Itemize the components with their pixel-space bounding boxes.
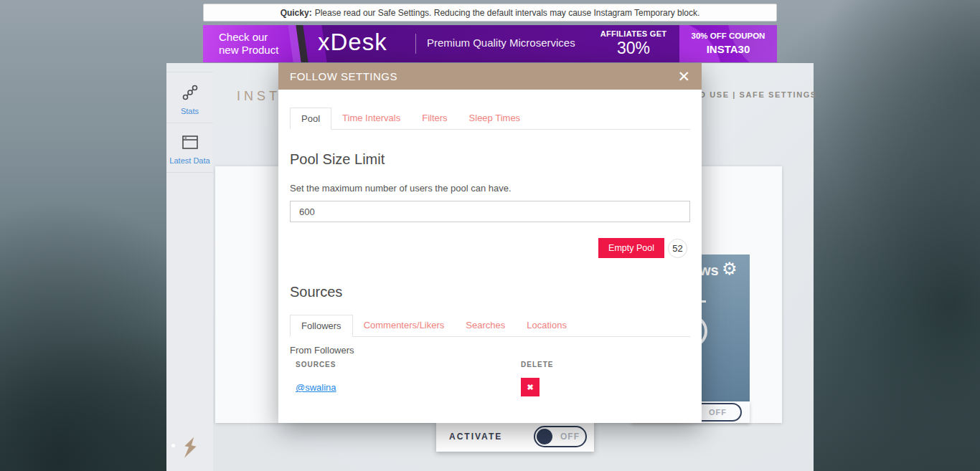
sources-tabs: Followers Commenters/Likers Searches Loc… [290, 314, 690, 337]
notice-prefix: Quicky: [281, 8, 312, 18]
source-link[interactable]: @swalina [296, 382, 336, 393]
scroll-dot [171, 444, 175, 447]
toggle-knob[interactable] [537, 429, 552, 444]
banner-promo-text: Check our new Product [219, 31, 278, 57]
coupon-label: 30% OFF COUPON [679, 32, 777, 40]
column-header-sources: SOURCES [296, 361, 521, 368]
banner-tagline: Premium Quality Microservices [427, 37, 575, 49]
pool-size-description: Set the maximum number of users the pool… [290, 183, 690, 194]
affiliates-label: AFFILIATES GET [590, 29, 677, 38]
sidebar: Stats Latest Data [166, 72, 213, 471]
sources-heading: Sources [290, 284, 690, 300]
sidebar-item-label: Latest Data [166, 156, 213, 165]
toggle-state-label: OFF [560, 432, 580, 442]
tab-sleep-times[interactable]: Sleep Times [458, 108, 532, 130]
notice-text: Please read our Safe Settings. Reducing … [315, 8, 700, 18]
banner-promo-line2: new Product [219, 44, 278, 57]
sidebar-item-label: Stats [166, 107, 213, 115]
settings-tabs: Pool Time Intervals Filters Sleep Times [290, 107, 690, 130]
table-row: @swalina ✖ [296, 378, 684, 396]
banner-coupon: 30% OFF COUPON INSTA30 [679, 32, 777, 55]
xdesk-logo: xDesk [318, 29, 387, 56]
activate-label: ACTIVATE [449, 432, 502, 442]
pool-size-input[interactable] [290, 201, 690, 222]
tab-time-intervals[interactable]: Time Intervals [331, 108, 411, 130]
tab-commenters-likers[interactable]: Commenters/Likers [353, 315, 456, 337]
toggle-state-label: OFF [709, 408, 727, 417]
delete-source-button[interactable]: ✖ [521, 378, 540, 396]
tab-searches[interactable]: Searches [455, 315, 516, 337]
sidebar-item-latest-data[interactable]: Latest Data [166, 123, 213, 173]
column-header-delete: DELETE [521, 361, 553, 368]
sidebar-item-stats[interactable]: Stats [166, 72, 213, 123]
banner-promo-line1: Check our [219, 31, 278, 44]
banner-divider [415, 34, 416, 54]
latest-data-icon [166, 134, 213, 151]
tab-locations[interactable]: Locations [516, 315, 578, 337]
modal-title: FOLLOW SETTINGS [290, 70, 397, 82]
sources-table: SOURCES DELETE @swalina ✖ [296, 361, 684, 396]
banner-affiliates: AFFILIATES GET 30% [590, 29, 677, 58]
screen: Quicky: Please read our Safe Settings. R… [0, 0, 980, 471]
safe-settings-notice: Quicky: Please read our Safe Settings. R… [203, 4, 777, 22]
from-followers-label: From Followers [290, 345, 690, 356]
pool-size-limit-heading: Pool Size Limit [290, 151, 690, 168]
affiliates-value: 30% [590, 39, 677, 58]
pool-count-badge: 52 [668, 239, 687, 258]
close-icon[interactable]: ✕ [677, 69, 690, 84]
empty-pool-button[interactable]: Empty Pool [598, 238, 664, 258]
empty-pool-row: Empty Pool 52 [290, 238, 687, 258]
gear-icon[interactable]: ⚙ [722, 260, 738, 277]
stats-icon [166, 83, 213, 102]
delete-x-icon: ✖ [527, 383, 533, 392]
activate-toggle[interactable]: OFF [534, 426, 587, 447]
follows-widget-title: ws [699, 262, 719, 279]
tab-followers[interactable]: Followers [290, 315, 353, 337]
modal-header: FOLLOW SETTINGS ✕ [278, 63, 702, 90]
activate-widget: ACTIVATE OFF [436, 422, 594, 452]
tab-filters[interactable]: Filters [411, 108, 458, 130]
page-title: INST [237, 89, 281, 104]
xdesk-banner-ad[interactable]: Check our new Product xDesk Premium Qual… [203, 25, 777, 62]
tab-pool[interactable]: Pool [290, 108, 331, 130]
header-links[interactable]: D USE | SAFE SETTINGS [699, 90, 817, 99]
lightning-bolt-icon[interactable] [180, 435, 200, 464]
coupon-code: INSTA30 [679, 43, 777, 55]
table-header-row: SOURCES DELETE [296, 361, 684, 368]
follow-settings-modal: FOLLOW SETTINGS ✕ Pool Time Intervals Fi… [278, 63, 702, 423]
